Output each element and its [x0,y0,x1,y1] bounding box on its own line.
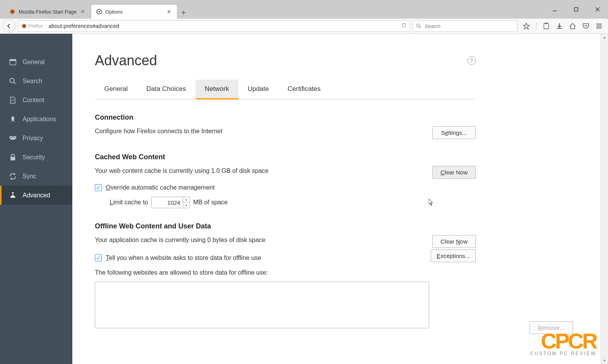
section-title: Offline Web Content and User Data [95,222,476,230]
checkbox-checked-icon[interactable]: ✓ [95,184,102,191]
tab-strip: Mozilla Firefox Start Page ✕ Options ✕ + [0,0,544,19]
sidebar-item-label: General [23,59,45,66]
override-cache-checkbox-row[interactable]: ✓ Override automatic cache management [95,184,476,191]
sidebar-item-security[interactable]: Security [0,148,72,167]
watermark-tagline: CUSTOM PC REVIEW [530,351,596,356]
cache-size-input[interactable]: 1024 ▲ ▼ [151,197,190,208]
tell-label: Tell you when a website asks to store da… [106,254,261,261]
svg-point-1 [11,10,14,13]
search-bar[interactable] [412,20,517,32]
svg-rect-12 [544,23,549,29]
cache-size-value: 1024 [152,199,183,206]
offline-desc: Your application cache is currently usin… [95,235,266,245]
identity-box[interactable]: Firefox [21,23,46,29]
main-panel: Advanced ? General Data Choices Network … [72,34,608,364]
rocket-icon [9,115,17,124]
sidebar-item-label: Privacy [23,135,43,142]
document-icon [9,96,17,104]
sidebar-item-label: Search [23,78,42,85]
maximize-button[interactable] [565,2,587,16]
lock-icon [9,153,17,162]
help-icon[interactable]: ? [467,56,476,65]
separator [536,22,536,30]
spinner: ▲ ▼ [183,197,190,208]
sidebar-item-content[interactable]: Content [0,91,72,110]
offline-sites-listbox[interactable] [95,282,429,328]
search-input[interactable] [425,23,514,29]
close-icon[interactable]: ✕ [166,9,172,15]
close-button[interactable] [587,2,608,16]
page-title: Advanced [95,52,157,69]
checkbox-checked-icon[interactable]: ✓ [95,254,102,261]
svg-rect-13 [545,23,547,24]
url-bar[interactable]: Firefox about:preferences#advanced [18,20,410,32]
subtab-update[interactable]: Update [238,80,278,99]
vertical-scrollbar[interactable]: ▴ ▾ [601,34,608,364]
section-title: Connection [95,113,476,122]
settings-button[interactable]: Settings... [432,126,476,139]
close-icon[interactable]: ✕ [80,9,86,15]
section-title: Cached Web Content [95,153,476,161]
sidebar-item-search[interactable]: Search [0,71,72,91]
sidebar-item-advanced[interactable]: Advanced [0,186,72,205]
connection-section: Connection Configure how Firefox connect… [95,113,476,139]
subtab-data-choices[interactable]: Data Choices [137,80,195,99]
minimize-button[interactable] [544,2,565,16]
watermark: CPCR CUSTOM PC REVIEW [530,331,596,356]
pocket-icon[interactable] [582,23,589,30]
subtab-network[interactable]: Network [196,80,238,99]
svg-rect-18 [10,59,16,61]
connection-desc: Configure how Firefox connects to the In… [95,126,222,136]
menu-icon[interactable] [596,23,603,30]
cache-desc: Your web content cache is currently usin… [95,166,269,176]
new-tab-button[interactable]: + [178,7,189,19]
identity-label: Firefox [28,23,43,29]
sidebar-item-sync[interactable]: Sync [0,167,72,186]
tell-offline-checkbox-row[interactable]: ✓ Tell you when a website asks to store … [95,254,261,261]
svg-rect-5 [574,8,578,11]
search-icon [9,77,17,85]
firefox-icon [9,9,16,15]
scroll-down-icon[interactable]: ▾ [601,357,608,364]
downloads-icon[interactable] [556,23,563,30]
svg-point-24 [14,137,15,138]
tab-firefox-start[interactable]: Mozilla Firefox Start Page ✕ [5,5,91,19]
gear-icon [96,9,102,15]
limit-suffix: MB of space [193,199,228,206]
bookmark-star-icon[interactable] [523,23,530,30]
url-text: about:preferences#advanced [49,23,399,29]
wizard-icon [9,191,17,200]
tab-options[interactable]: Options ✕ [91,5,177,19]
sidebar-item-label: Applications [23,116,56,123]
spinner-down[interactable]: ▼ [183,202,190,208]
svg-point-19 [10,78,14,82]
clipboard-icon[interactable] [543,23,550,30]
sidebar-item-privacy[interactable]: Privacy [0,129,72,148]
sync-icon [9,172,17,181]
spinner-up[interactable]: ▲ [183,197,190,202]
limit-prefix: Limit cache to [110,199,148,206]
subtab-certificates[interactable]: Certificates [278,80,330,99]
tab-label: Options [105,9,163,15]
sidebar-item-applications[interactable]: Applications [0,110,72,129]
clear-offline-button[interactable]: Clear Now [432,235,476,248]
exceptions-button[interactable]: Exceptions... [431,249,476,262]
watermark-logo: CPCR [530,331,596,351]
offline-section: Offline Web Content and User Data Your a… [95,222,476,334]
svg-point-9 [23,25,26,28]
svg-line-11 [419,27,421,28]
subtabs: General Data Choices Network Update Cert… [95,80,476,99]
titlebar: Mozilla Firefox Start Page ✕ Options ✕ + [0,0,608,19]
sidebar-item-label: Content [23,97,44,104]
sidebar-item-label: Security [23,154,45,161]
clear-cache-button[interactable]: Clear Now [432,166,476,179]
home-icon[interactable] [569,23,576,30]
scroll-up-icon[interactable]: ▴ [601,34,608,41]
subtab-general[interactable]: General [95,80,137,99]
svg-point-23 [11,137,12,138]
tab-label: Mozilla Firefox Start Page [19,9,77,15]
reload-icon[interactable] [401,23,407,30]
sidebar-item-general[interactable]: General [0,52,72,71]
cache-section: Cached Web Content Your web content cach… [95,153,476,208]
back-button[interactable] [2,19,16,33]
